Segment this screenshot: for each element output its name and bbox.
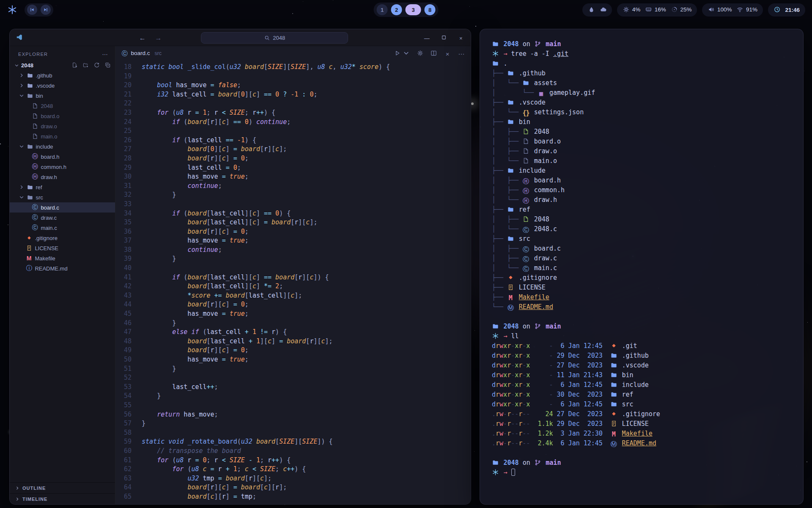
media-next-button[interactable] xyxy=(41,5,51,15)
file-row-draw.h[interactable]: Ⓗdraw.h xyxy=(10,172,115,182)
code-line[interactable]: 60 // transpose the board xyxy=(115,447,471,456)
file-row-.github[interactable]: .github xyxy=(10,70,115,80)
explorer-more-button[interactable]: ⋯ xyxy=(102,51,108,57)
code-line[interactable]: 54 } xyxy=(115,392,471,401)
workspace-2-button[interactable]: 2 xyxy=(391,4,402,15)
workspace-3-button[interactable]: 3 xyxy=(406,4,421,15)
new-file-button[interactable] xyxy=(72,62,78,69)
code-line[interactable]: 29 last_cell = 0; xyxy=(115,163,471,173)
code-line[interactable]: 63 u32 tmp = board[r][c]; xyxy=(115,474,471,483)
close-button[interactable]: × xyxy=(458,34,464,41)
file-row-board.o[interactable]: board.o xyxy=(10,111,115,121)
media-prev-button[interactable] xyxy=(27,5,37,15)
code-line[interactable]: 47 else if (last_cell + 1 != r) { xyxy=(115,328,471,337)
weather-widget[interactable] xyxy=(582,3,612,17)
code-line[interactable]: 19 xyxy=(115,72,471,81)
file-row-board.h[interactable]: Ⓗboard.h xyxy=(10,152,115,162)
nav-back-button[interactable]: ← xyxy=(139,33,146,41)
code-line[interactable]: 56 return has_move; xyxy=(115,410,471,420)
audio-network-widget[interactable]: 100% 91% xyxy=(702,3,763,17)
code-line[interactable]: 31 continue; xyxy=(115,182,471,191)
system-stats-widget[interactable]: 4% 16% 25% xyxy=(617,3,697,17)
file-row-.gitignore[interactable]: .gitignore xyxy=(10,233,115,243)
maximize-button[interactable] xyxy=(441,34,447,41)
code-line[interactable]: 42 board[last_cell][c] *= 2; xyxy=(115,282,471,291)
code-line[interactable]: 52 xyxy=(115,373,471,383)
clock-widget[interactable]: 21:46 xyxy=(768,3,805,17)
refresh-explorer-button[interactable] xyxy=(93,62,100,69)
code-line[interactable]: 25 xyxy=(115,127,471,136)
code-line[interactable]: 59static void _rotate_board(u32 board[SI… xyxy=(115,437,471,447)
split-editor-button[interactable] xyxy=(431,50,438,57)
code-editor[interactable]: 18static bool _slide_col(u32 board[SIZE]… xyxy=(115,61,471,504)
file-row-2048[interactable]: 2048 xyxy=(10,101,115,111)
project-root-row[interactable]: 2048 xyxy=(10,61,115,70)
code-line[interactable]: 26 if (last_cell == -1) { xyxy=(115,136,471,145)
code-line[interactable]: 64 board[r][c] = board[c][r]; xyxy=(115,483,471,492)
code-line[interactable]: 43 *score += board[last_cell][c]; xyxy=(115,291,471,301)
code-line[interactable]: 39 } xyxy=(115,254,471,264)
code-line[interactable]: 30 has_move = true; xyxy=(115,172,471,182)
file-row-board.c[interactable]: Ⓒboard.c xyxy=(10,202,115,213)
terminal-window[interactable]: 2048 on main → tree -a -I .git .├── .git… xyxy=(480,29,804,505)
code-line[interactable]: 40 xyxy=(115,264,471,273)
code-line[interactable]: 55 xyxy=(115,401,471,410)
run-options-button[interactable] xyxy=(403,50,410,56)
code-line[interactable]: 53 last_cell++; xyxy=(115,383,471,392)
code-line[interactable]: 57} xyxy=(115,419,471,428)
code-line[interactable]: 65 board[c][r] = tmp; xyxy=(115,492,471,502)
file-row-draw.c[interactable]: Ⓒdraw.c xyxy=(10,213,115,223)
code-line[interactable]: 51 } xyxy=(115,364,471,374)
code-line[interactable]: 46 } xyxy=(115,319,471,328)
file-row-src[interactable]: src xyxy=(10,192,115,202)
code-line[interactable]: 37 has_move = true; xyxy=(115,236,471,246)
code-line[interactable]: 28 board[r][c] = 0; xyxy=(115,154,471,163)
close-editor-button[interactable]: × xyxy=(444,50,451,57)
file-row-main.c[interactable]: Ⓒmain.c xyxy=(10,223,115,233)
code-line[interactable]: 61 for (u8 r = 0; r < SIZE - 1; r++) { xyxy=(115,456,471,465)
code-line[interactable]: 20 bool has_move = false; xyxy=(115,81,471,90)
file-row-bin[interactable]: bin xyxy=(10,91,115,101)
code-line[interactable]: 62 for (u8 c = r + 1; c < SIZE; c++) { xyxy=(115,465,471,474)
code-line[interactable]: 35 board[last_cell][c] = board[r][c]; xyxy=(115,218,471,227)
new-folder-button[interactable] xyxy=(82,62,89,69)
workspace-1-button[interactable]: 1 xyxy=(377,4,388,15)
outline-section[interactable]: OUTLINE xyxy=(10,482,115,493)
code-line[interactable]: 18static bool _slide_col(u32 board[SIZE]… xyxy=(115,63,471,72)
settings-gear-button[interactable] xyxy=(417,50,424,57)
workspace-8-button[interactable]: 8 xyxy=(425,4,436,15)
file-row-draw.o[interactable]: draw.o xyxy=(10,121,115,131)
nav-forward-button[interactable]: → xyxy=(155,33,162,41)
run-file-button[interactable] xyxy=(394,50,401,57)
file-row-Makefile[interactable]: MMakefile xyxy=(10,253,115,263)
code-line[interactable]: 41 if (board[last_cell][c] == board[r][c… xyxy=(115,273,471,282)
code-line[interactable]: 58 xyxy=(115,428,471,438)
file-row-include[interactable]: include xyxy=(10,141,115,152)
more-actions-button[interactable]: ⋯ xyxy=(458,50,465,57)
code-line[interactable]: 48 board[last_cell + 1][c] = board[r][c]… xyxy=(115,337,471,346)
code-line[interactable]: 36 board[r][c] = 0; xyxy=(115,227,471,237)
code-line[interactable]: 22 xyxy=(115,99,471,108)
file-row-README.md[interactable]: ⓘREADME.md xyxy=(10,263,115,273)
code-line[interactable]: 21 i32 last_cell = board[0][c] == 0 ? -1… xyxy=(115,90,471,99)
code-line[interactable]: 34 if (board[last_cell][c] == 0) { xyxy=(115,209,471,218)
file-row-common.h[interactable]: Ⓗcommon.h xyxy=(10,162,115,172)
file-row-.vscode[interactable]: .vscode xyxy=(10,80,115,91)
os-logo-button[interactable] xyxy=(7,4,18,15)
code-line[interactable]: 23 for (u8 r = 1; r < SIZE; r++) { xyxy=(115,108,471,118)
code-line[interactable]: 32 } xyxy=(115,190,471,200)
code-line[interactable]: 44 board[r][c] = 0; xyxy=(115,300,471,309)
file-row-ref[interactable]: ref xyxy=(10,182,115,192)
code-line[interactable]: 38 continue; xyxy=(115,246,471,255)
code-line[interactable]: 45 has_move = true; xyxy=(115,309,471,319)
tab-board-c[interactable]: Ⓒ board.c src xyxy=(121,50,162,57)
minimize-button[interactable]: — xyxy=(424,34,430,41)
command-center-search[interactable]: 2048 xyxy=(201,32,348,44)
file-row-LICENSE[interactable]: LICENSE xyxy=(10,243,115,253)
code-line[interactable]: 33 xyxy=(115,200,471,209)
code-line[interactable]: 50 has_move = true; xyxy=(115,355,471,364)
editor-titlebar[interactable]: ← → 2048 — × xyxy=(10,29,471,46)
code-line[interactable]: 49 board[r][c] = 0; xyxy=(115,346,471,355)
collapse-folders-button[interactable] xyxy=(104,62,111,69)
timeline-section[interactable]: TIMELINE xyxy=(10,493,115,504)
